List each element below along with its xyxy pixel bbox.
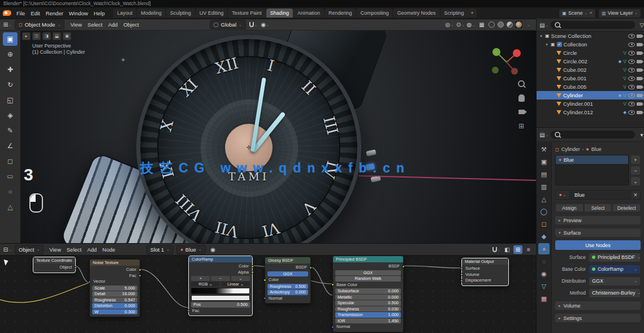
- prop-tab-world[interactable]: ◯: [538, 206, 550, 217]
- node-texture-coordinate[interactable]: Texture CoordinateObject: [33, 257, 76, 273]
- shading-solid-button[interactable]: [497, 21, 504, 28]
- browse-material-button[interactable]: ● ⌄: [555, 190, 570, 200]
- workspace-tab-scripting[interactable]: Scripting: [440, 8, 468, 18]
- gizmos-toggle[interactable]: ⊙⌄: [456, 20, 465, 29]
- panel-surface[interactable]: ▾ Surface: [555, 228, 641, 237]
- node-header[interactable]: Noise Texture: [90, 260, 140, 266]
- disable-in-render-icon[interactable]: [637, 94, 642, 97]
- transform-orientation-dropdown[interactable]: ◯ Global ⌄: [210, 20, 246, 29]
- disable-in-render-icon[interactable]: [637, 102, 642, 106]
- material-assign-button[interactable]: Assign: [555, 204, 584, 212]
- editor-type-button[interactable]: ⊟⌄: [3, 245, 12, 254]
- tool-select-box[interactable]: ▣: [3, 32, 18, 46]
- tool-measure[interactable]: ∠: [3, 139, 18, 153]
- menu-window[interactable]: Window: [66, 10, 91, 17]
- properties-editor-type-button[interactable]: ▤⌄: [539, 131, 548, 139]
- viewport-3d[interactable]: ▸ ◫ ◨ ⬓ ▣ User Perspective (1) Collectio…: [20, 31, 536, 243]
- output-socket[interactable]: [251, 265, 254, 268]
- prop-tab-render[interactable]: ▣: [538, 156, 550, 167]
- options-icon[interactable]: ≡: [524, 245, 533, 254]
- hide-in-viewport-icon[interactable]: [628, 68, 635, 72]
- proportional-editing-toggle[interactable]: ◉⌄: [261, 20, 270, 29]
- disclosure-icon[interactable]: ▾: [544, 42, 549, 47]
- node-row-ggx[interactable]: GGX: [335, 270, 401, 276]
- input-socket[interactable]: [263, 297, 266, 300]
- input-socket[interactable]: [263, 279, 266, 282]
- output-socket[interactable]: [309, 266, 312, 269]
- view-layer-selector[interactable]: ▥ View Layer ⌄: [598, 8, 641, 18]
- slot-specials-button[interactable]: ⌄: [630, 176, 641, 186]
- hide-in-viewport-icon[interactable]: [628, 51, 635, 55]
- toggle-icon[interactable]: ⬓: [53, 32, 61, 40]
- node-row-transmission[interactable]: Transmission1.000: [335, 312, 401, 318]
- input-socket[interactable]: [187, 309, 190, 312]
- node-row-random-walk[interactable]: Random Walk: [335, 276, 401, 282]
- editor-type-button[interactable]: ⊞⌄: [3, 20, 12, 29]
- workspace-tab-geometry-nodes[interactable]: Geometry Nodes: [393, 8, 439, 18]
- material-name-field[interactable]: Blue: [571, 190, 629, 200]
- node-row-ggx[interactable]: GGX: [267, 271, 308, 277]
- node-canvas[interactable]: Texture CoordinateObjectNoise TextureCol…: [0, 256, 536, 333]
- workspace-tab-shading[interactable]: Shading: [266, 8, 293, 18]
- overlays-toggle[interactable]: ◧: [503, 245, 512, 254]
- workspace-tab-animation[interactable]: Animation: [293, 8, 324, 18]
- node-row-distortion[interactable]: Distortion0.000: [92, 303, 137, 309]
- hide-in-viewport-icon[interactable]: [628, 76, 635, 81]
- property-value-surface[interactable]: Principled BSDF⌄: [589, 253, 641, 262]
- disable-in-render-icon[interactable]: [637, 68, 642, 72]
- colorramp-button[interactable]: +: [191, 276, 210, 281]
- properties-filter-icon[interactable]: ▾: [637, 131, 644, 139]
- workspace-tab-texture-paint[interactable]: Texture Paint: [228, 8, 266, 18]
- property-value-distribution[interactable]: GGX⌄: [589, 276, 641, 286]
- node-row-roughness[interactable]: Roughness0.547: [92, 297, 137, 303]
- node-row-ior[interactable]: IOR1.450: [335, 318, 401, 324]
- colorramp-button[interactable]: ⌄: [231, 276, 250, 281]
- disable-in-render-icon[interactable]: [637, 77, 642, 80]
- viewport-menu-add[interactable]: Add: [105, 21, 120, 28]
- zoom-icon[interactable]: [517, 79, 526, 88]
- disclosure-icon[interactable]: ▾: [539, 34, 543, 38]
- node-principled-bsdf[interactable]: Principled BSDFBSDFGGXRandom WalkBase Co…: [332, 256, 404, 332]
- workspace-tab-sculpting[interactable]: Sculpting: [166, 8, 195, 18]
- outliner-display-mode-button[interactable]: ▤⌄: [539, 21, 548, 29]
- outliner-item[interactable]: ▾▣Scene Collection: [537, 32, 644, 40]
- scene-selector[interactable]: ▣ Scene ⌄ ✕: [559, 8, 596, 18]
- shader-menu-add[interactable]: Add: [84, 246, 100, 253]
- hide-in-viewport-icon[interactable]: [628, 42, 635, 47]
- outliner-search[interactable]: [551, 21, 635, 29]
- prop-tab-output[interactable]: ▤: [538, 168, 550, 180]
- shading-material-button[interactable]: [506, 21, 513, 28]
- output-socket[interactable]: [74, 266, 77, 269]
- panel-volume[interactable]: ▸ Volume: [555, 301, 641, 310]
- input-socket[interactable]: [460, 267, 463, 270]
- node-noise-texture[interactable]: Noise TextureColorFacVectorScale5.000Det…: [89, 259, 140, 317]
- input-socket[interactable]: [88, 280, 91, 283]
- menu-render[interactable]: Render: [43, 10, 66, 17]
- node-header[interactable]: Material Output: [462, 258, 508, 265]
- outliner-item[interactable]: Cylinder.001▽: [537, 100, 644, 108]
- properties-search[interactable]: [551, 131, 635, 139]
- disable-in-render-icon[interactable]: [637, 111, 642, 114]
- prop-tab-data[interactable]: ▽: [538, 280, 550, 292]
- node-row-scale[interactable]: Scale5.000: [92, 286, 137, 291]
- node-header[interactable]: ColorRamp: [189, 256, 252, 262]
- shading-rendered-button[interactable]: [515, 21, 522, 28]
- prop-tab-scene[interactable]: △: [538, 193, 550, 205]
- shader-menu-node[interactable]: Node: [100, 246, 118, 253]
- property-value-method[interactable]: Christensen-Burley⌄: [589, 288, 641, 298]
- prop-tab-modifiers[interactable]: ◆: [538, 231, 550, 242]
- input-socket[interactable]: [331, 283, 334, 286]
- prop-tab-tool[interactable]: ⚒: [538, 144, 550, 155]
- node-header[interactable]: Principled BSDF: [333, 256, 403, 262]
- node-row-specular[interactable]: Specular0.500: [335, 300, 401, 306]
- tool-scale[interactable]: ◱: [3, 93, 18, 107]
- prop-tab-object[interactable]: ◻: [538, 218, 550, 230]
- property-value-base-color[interactable]: ColorRamp⌄: [589, 265, 641, 274]
- interpolation-dropdown[interactable]: Linear ⌄: [221, 282, 250, 287]
- hide-in-viewport-icon[interactable]: [628, 34, 635, 38]
- use-nodes-button[interactable]: Use Nodes: [555, 240, 641, 250]
- shading-wireframe-button[interactable]: [488, 21, 495, 28]
- outliner-item[interactable]: Cylinder.012◆: [537, 108, 644, 116]
- disable-in-render-icon[interactable]: [637, 51, 642, 55]
- toggle-icon[interactable]: ◫: [32, 32, 41, 40]
